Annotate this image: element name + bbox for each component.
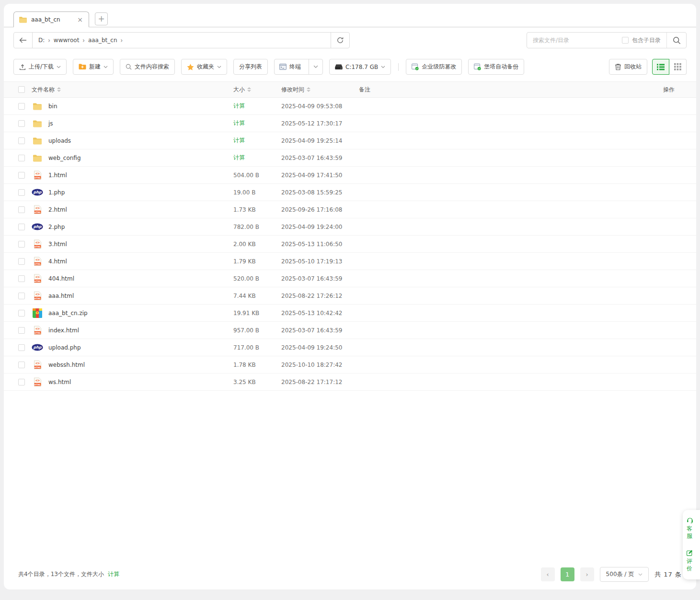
- search-button[interactable]: [666, 33, 686, 48]
- calculate-total-size-link[interactable]: 计算: [108, 570, 119, 578]
- file-name[interactable]: 2.html: [48, 206, 67, 213]
- upload-download-button[interactable]: 上传/下载: [13, 59, 67, 75]
- sort-name-control[interactable]: [57, 87, 61, 92]
- file-name[interactable]: bin: [48, 103, 57, 110]
- new-tab-button[interactable]: +: [95, 12, 108, 25]
- new-item-button[interactable]: 新建: [73, 59, 114, 75]
- row-checkbox[interactable]: [18, 293, 25, 299]
- table-row[interactable]: php upload.php 717.00 B 2025-04-09 19:24…: [4, 339, 696, 356]
- table-row[interactable]: js 计算 2025-05-12 17:30:17: [4, 115, 696, 132]
- table-row[interactable]: aaa_bt_cn.zip 19.91 KB 2025-05-13 10:42:…: [4, 305, 696, 322]
- row-checkbox[interactable]: [18, 224, 25, 230]
- table-row[interactable]: <>HTML 404.html 520.00 B 2025-03-07 16:4…: [4, 270, 696, 287]
- disk-select-button[interactable]: C:178.7 GB: [329, 59, 391, 75]
- row-checkbox[interactable]: [18, 327, 25, 334]
- row-checkbox[interactable]: [18, 103, 25, 110]
- table-row[interactable]: uploads 计算 2025-04-09 19:25:14: [4, 132, 696, 149]
- file-mtime: 2025-04-09 19:25:14: [281, 137, 342, 144]
- row-checkbox[interactable]: [18, 155, 25, 161]
- svg-text:<>: <>: [35, 258, 40, 262]
- row-checkbox[interactable]: [18, 362, 25, 368]
- terminal-dropdown[interactable]: [309, 59, 322, 74]
- row-checkbox[interactable]: [18, 137, 25, 144]
- file-name[interactable]: js: [48, 120, 53, 127]
- content-search-button[interactable]: 文件内容搜索: [120, 59, 175, 75]
- row-checkbox[interactable]: [18, 241, 25, 248]
- breadcrumb-item[interactable]: D:: [38, 37, 45, 44]
- next-page-button[interactable]: ›: [580, 567, 594, 581]
- grid-view-button[interactable]: [669, 59, 687, 75]
- table-row[interactable]: web_config 计算 2025-03-07 16:43:59: [4, 149, 696, 167]
- file-name[interactable]: uploads: [48, 137, 71, 144]
- file-name[interactable]: web_config: [48, 155, 81, 161]
- file-name[interactable]: 3.html: [48, 241, 67, 248]
- row-checkbox[interactable]: [18, 379, 25, 385]
- row-checkbox[interactable]: [18, 310, 25, 317]
- customer-service-button[interactable]: 客服: [687, 517, 699, 540]
- tamper-proof-button[interactable]: 企业级防篡改: [406, 59, 462, 75]
- breadcrumb-item[interactable]: aaa_bt_cn: [88, 37, 117, 44]
- file-name[interactable]: 404.html: [48, 275, 74, 282]
- recycle-bin-button[interactable]: 回收站: [609, 59, 647, 75]
- calculate-size-link[interactable]: 计算: [233, 137, 245, 144]
- include-subdir-checkbox[interactable]: [622, 37, 629, 44]
- search-input[interactable]: [527, 37, 622, 44]
- terminal-main[interactable]: 终端: [275, 59, 306, 74]
- file-name[interactable]: upload.php: [48, 344, 81, 351]
- close-icon[interactable]: ×: [76, 16, 84, 23]
- current-page-button[interactable]: 1: [561, 567, 574, 581]
- customer-service-label: 客服: [687, 525, 693, 540]
- list-view-button[interactable]: [652, 59, 669, 75]
- file-name[interactable]: 4.html: [48, 258, 67, 265]
- file-name[interactable]: aaa.html: [48, 293, 74, 299]
- calculate-size-link[interactable]: 计算: [233, 120, 245, 126]
- table-row[interactable]: php 2.php 782.00 B 2025-04-09 19:24:00: [4, 218, 696, 236]
- calculate-size-link[interactable]: 计算: [233, 154, 245, 161]
- row-checkbox[interactable]: [18, 275, 25, 282]
- review-button[interactable]: 评价: [687, 550, 699, 573]
- file-size: 1.78 KB: [233, 362, 256, 368]
- back-button[interactable]: [14, 33, 33, 48]
- share-list-button[interactable]: 分享列表: [233, 59, 268, 75]
- file-name[interactable]: 1.php: [48, 189, 65, 196]
- file-name[interactable]: webssh.html: [48, 362, 85, 368]
- page-size-select[interactable]: 500条 / 页: [600, 567, 649, 582]
- table-row[interactable]: <>HTML 3.html 2.00 KB 2025-05-13 11:06:5…: [4, 236, 696, 253]
- refresh-button[interactable]: [331, 33, 349, 48]
- favorites-button[interactable]: 收藏夹: [181, 59, 227, 75]
- file-name[interactable]: index.html: [48, 327, 79, 334]
- folder-icon: [32, 137, 43, 145]
- sort-mtime-control[interactable]: [307, 87, 310, 92]
- table-row[interactable]: bin 计算 2025-04-09 09:53:08: [4, 98, 696, 115]
- row-checkbox[interactable]: [18, 206, 25, 213]
- breadcrumb-item[interactable]: wwwroot: [54, 37, 80, 44]
- table-row[interactable]: <>HTML 2.html 1.73 KB 2025-09-26 17:16:0…: [4, 201, 696, 218]
- table-row[interactable]: <>HTML 1.html 504.00 B 2025-04-09 17:41:…: [4, 167, 696, 184]
- tab-aaa-bt-cn[interactable]: aaa_bt_cn ×: [13, 11, 89, 27]
- auto-backup-button[interactable]: 堡塔自动备份: [468, 59, 524, 75]
- calculate-size-link[interactable]: 计算: [233, 102, 245, 109]
- file-size: 1.79 KB: [233, 258, 256, 265]
- table-row[interactable]: php 1.php 19.00 B 2025-03-08 15:59:25: [4, 184, 696, 201]
- select-all-checkbox[interactable]: [18, 86, 25, 93]
- file-name[interactable]: 1.html: [48, 172, 67, 179]
- file-name[interactable]: 2.php: [48, 224, 65, 230]
- row-checkbox[interactable]: [18, 172, 25, 179]
- table-row[interactable]: <>HTML webssh.html 1.78 KB 2025-10-10 18…: [4, 356, 696, 374]
- file-name[interactable]: aaa_bt_cn.zip: [48, 310, 88, 317]
- table-row[interactable]: <>HTML 4.html 1.79 KB 2025-05-10 17:19:1…: [4, 253, 696, 270]
- table-row[interactable]: <>HTML aaa.html 7.44 KB 2025-08-22 17:26…: [4, 287, 696, 305]
- table-row[interactable]: <>HTML ws.html 3.25 KB 2025-08-22 17:17:…: [4, 374, 696, 391]
- file-name[interactable]: ws.html: [48, 379, 71, 385]
- row-checkbox[interactable]: [18, 120, 25, 127]
- row-checkbox[interactable]: [18, 344, 25, 351]
- sort-size-control[interactable]: [247, 87, 251, 92]
- chevron-down-icon: [381, 66, 385, 68]
- table-row[interactable]: <>HTML index.html 957.00 B 2025-03-07 16…: [4, 322, 696, 339]
- svg-text:<>: <>: [35, 171, 40, 176]
- path-row: D:›wwwroot›aaa_bt_cn› 包含子目录: [4, 27, 696, 48]
- row-checkbox[interactable]: [18, 189, 25, 196]
- row-checkbox[interactable]: [18, 258, 25, 265]
- prev-page-button[interactable]: ‹: [541, 567, 555, 581]
- include-subdir-option[interactable]: 包含子目录: [622, 36, 666, 45]
